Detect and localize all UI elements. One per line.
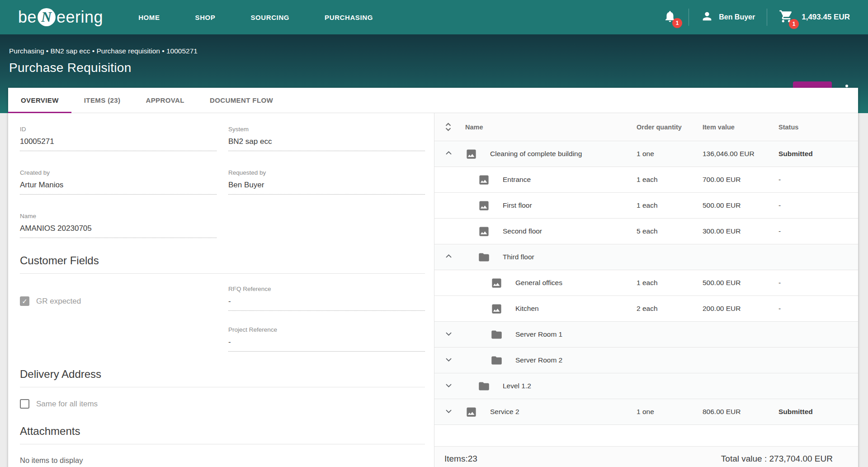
row-status: -	[778, 279, 851, 287]
checkbox-checked-icon[interactable]: ✓	[20, 296, 29, 306]
row-expander[interactable]	[444, 252, 465, 262]
row-item-value: 806.00 EUR	[703, 408, 778, 416]
field-label: Name	[20, 213, 217, 219]
overview-field: ID 10005271	[20, 126, 217, 151]
overview-panel: ID 10005271 System BN2 sap ecc Created b…	[8, 113, 434, 467]
chevron-down-icon[interactable]	[444, 381, 453, 391]
row-name: First floor	[503, 201, 532, 210]
row-expander[interactable]	[444, 407, 465, 417]
row-expander[interactable]	[444, 329, 465, 340]
requisition-card: OVERVIEW ITEMS (23) APPROVAL DOCUMENT FL…	[8, 88, 858, 467]
tab-document-flow[interactable]: DOCUMENT FLOW	[197, 88, 286, 113]
folder-icon	[491, 329, 503, 341]
field-value: Artur Manios	[20, 181, 217, 195]
table-row[interactable]: Server Room 2	[434, 348, 858, 373]
row-status: Submitted	[778, 408, 851, 416]
user-menu-button[interactable]: Ben Buyer	[701, 10, 755, 24]
breadcrumb: Purchasing • BN2 sap ecc • Purchase requ…	[9, 47, 868, 55]
table-rows: Cleaning of complete building 1 one 136,…	[434, 141, 858, 425]
nav-item-purchasing[interactable]: PURCHASING	[325, 14, 373, 21]
row-order-quantity: 1 one	[637, 150, 703, 158]
field-value: BN2 sap ecc	[228, 137, 425, 151]
row-item-value: 700.00 EUR	[703, 176, 778, 184]
chevron-up-icon[interactable]	[444, 149, 453, 159]
folder-icon	[491, 354, 503, 367]
table-row[interactable]: Entrance 1 each 700.00 EUR -	[434, 167, 858, 193]
row-expander[interactable]	[444, 355, 465, 366]
notifications-button[interactable]: 1	[663, 10, 677, 25]
table-header-row: Name Order quantity Item value Status	[434, 113, 858, 141]
same-for-all-items-checkbox-row[interactable]: Same for all items	[20, 399, 425, 409]
logo-text-pre: be	[18, 8, 37, 27]
row-expander[interactable]	[444, 381, 465, 391]
table-row[interactable]: Kitchen 2 each 200.00 EUR -	[434, 296, 858, 322]
overview-field-grid: ID 10005271 System BN2 sap ecc Created b…	[20, 126, 425, 238]
sort-icon[interactable]	[444, 122, 452, 132]
tab-approval[interactable]: APPROVAL	[133, 88, 197, 113]
row-status: -	[778, 227, 851, 235]
items-table-panel: Name Order quantity Item value Status Cl…	[434, 113, 858, 467]
tab-bar: OVERVIEW ITEMS (23) APPROVAL DOCUMENT FL…	[8, 88, 858, 113]
row-name: Kitchen	[515, 305, 539, 313]
overview-field: RFQ Reference -	[228, 286, 425, 311]
overview-field: Requested by Ben Buyer	[228, 169, 425, 195]
checkbox-unchecked-icon[interactable]	[20, 399, 29, 409]
table-row[interactable]: First floor 1 each 500.00 EUR -	[434, 193, 858, 219]
table-row[interactable]: Third floor	[434, 244, 858, 270]
image-icon	[478, 200, 490, 212]
row-name: Level 1.2	[503, 382, 531, 390]
items-count: Items:23	[444, 454, 477, 464]
table-row[interactable]: General offices 1 each 500.00 EUR -	[434, 270, 858, 296]
col-header-order-quantity[interactable]: Order quantity	[637, 124, 703, 131]
user-name: Ben Buyer	[719, 13, 755, 21]
image-icon	[491, 277, 503, 289]
row-item-value: 500.00 EUR	[703, 279, 778, 287]
cart-total: 1,493.45 EUR	[802, 13, 850, 22]
table-row[interactable]: Second floor 5 each 300.00 EUR -	[434, 219, 858, 244]
overview-field: Name AMANIOS 20230705	[20, 213, 217, 238]
row-order-quantity: 1 one	[637, 408, 703, 416]
cart-button[interactable]: 1 1,493.45 EUR	[779, 9, 850, 26]
chevron-up-icon[interactable]	[444, 252, 453, 262]
chevron-down-icon[interactable]	[444, 355, 453, 366]
row-status: -	[778, 305, 851, 313]
field-label: Project Reference	[228, 326, 425, 333]
field-value: 10005271	[20, 137, 217, 151]
field-value: Ben Buyer	[228, 181, 425, 195]
gr-expected-checkbox-row[interactable]: ✓ GR expected	[20, 296, 217, 306]
tab-overview[interactable]: OVERVIEW	[8, 88, 71, 113]
chevron-down-icon[interactable]	[444, 407, 453, 417]
row-name: Cleaning of complete building	[490, 150, 582, 158]
table-row[interactable]: Server Room 1	[434, 322, 858, 348]
section-title-attachments: Attachments	[20, 425, 425, 444]
nav-item-home[interactable]: HOME	[138, 14, 160, 21]
cart-count-badge: 1	[789, 19, 799, 29]
row-item-value: 136,046.00 EUR	[703, 150, 778, 158]
table-row[interactable]: Service 2 1 one 806.00 EUR Submitted	[434, 399, 858, 425]
col-header-item-value[interactable]: Item value	[703, 124, 778, 131]
nav-item-sourcing[interactable]: SOURCING	[250, 14, 289, 21]
chevron-down-icon[interactable]	[444, 329, 453, 340]
notification-count-badge: 1	[672, 18, 682, 28]
row-name: Entrance	[503, 176, 531, 184]
field-value: -	[228, 338, 425, 352]
table-row[interactable]: Level 1.2	[434, 373, 858, 399]
row-order-quantity: 5 each	[637, 227, 703, 235]
row-item-value: 300.00 EUR	[703, 227, 778, 235]
section-title-delivery-address: Delivery Address	[20, 368, 425, 387]
svg-text:N: N	[41, 9, 52, 25]
image-icon	[491, 303, 503, 315]
col-header-name[interactable]: Name	[465, 124, 637, 131]
row-expander[interactable]	[444, 149, 465, 159]
table-row[interactable]: Cleaning of complete building 1 one 136,…	[434, 141, 858, 167]
tab-items[interactable]: ITEMS (23)	[71, 88, 133, 113]
attachments-empty-text: No items to display	[20, 456, 425, 465]
overview-field: System BN2 sap ecc	[228, 126, 425, 151]
row-name: Server Room 1	[515, 330, 562, 338]
brand-logo[interactable]: be N eering	[18, 8, 103, 27]
person-icon	[701, 10, 713, 24]
row-order-quantity: 1 each	[637, 201, 703, 210]
col-header-status[interactable]: Status	[778, 124, 851, 131]
nav-item-shop[interactable]: SHOP	[195, 14, 216, 21]
overview-field: Created by Artur Manios	[20, 169, 217, 195]
